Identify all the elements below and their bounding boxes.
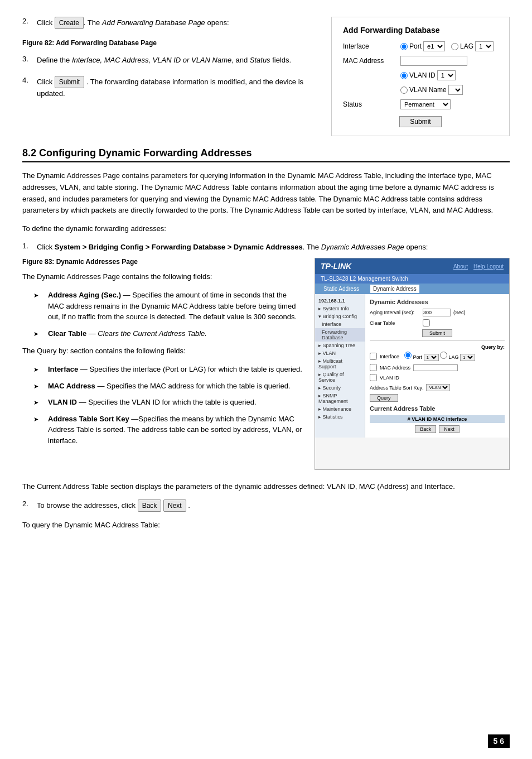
vlan-id-select[interactable]: 1 bbox=[437, 70, 456, 80]
device-mac-input[interactable] bbox=[413, 364, 458, 371]
device-aging-unit: (Sec) bbox=[453, 310, 466, 315]
sidebar-maintenance[interactable]: ▸ Maintenance bbox=[315, 405, 365, 413]
interface-row: Interface Port e1 LAG 1 bbox=[343, 41, 498, 51]
query-bullet-mac: MAC Address — Specifies the MAC address … bbox=[33, 381, 303, 392]
bullet-clear-table: Clear Table — Clears the Current Address… bbox=[33, 328, 303, 339]
about-link[interactable]: About bbox=[453, 263, 468, 270]
vlan-name-row: VLAN Name bbox=[343, 85, 498, 95]
sidebar-bridging-config[interactable]: ▾ Bridging Config bbox=[315, 313, 365, 320]
current-table-text: The Current Address Table section displa… bbox=[22, 481, 510, 493]
device-aging-input[interactable] bbox=[423, 309, 451, 316]
device-current-table-title: Current Address Table bbox=[370, 405, 505, 412]
sidebar-fwd-db[interactable]: Forwarding Database bbox=[315, 328, 365, 342]
step2-suffix: . The Add Forwarding Database Page opens… bbox=[84, 18, 229, 27]
bullet-clear-text: Clear Table — Clears the Current Address… bbox=[48, 328, 207, 339]
step1-82-text: Click System > Bridging Config > Forward… bbox=[37, 242, 428, 253]
back-button-ref: Back bbox=[138, 499, 162, 512]
sidebar-multicast[interactable]: ▸ Multicast Support bbox=[315, 357, 365, 371]
step3-italic: Interface, MAC Address, VLAN ID or VLAN … bbox=[72, 56, 231, 64]
device-interface-label: Interface bbox=[380, 354, 399, 359]
port-radio[interactable] bbox=[400, 43, 408, 50]
section82-heading: 8.2 Configuring Dynamic Forwarding Addre… bbox=[22, 147, 510, 162]
dynamic-page-text: The Dynamic Addresses Page contains the … bbox=[22, 271, 303, 283]
vlan-id-radio[interactable] bbox=[400, 72, 408, 79]
sidebar-security[interactable]: ▸ Security bbox=[315, 384, 365, 392]
device-aging-row: Aging Interval (sec): (Sec) bbox=[370, 309, 505, 316]
device-back-button[interactable]: Back bbox=[415, 425, 436, 433]
query-by-label: Query by: bbox=[370, 344, 505, 350]
step1-82-italic: Dynamic Addresses Page bbox=[321, 243, 404, 251]
device-body: 192.168.1.1 ▸ System Info ▾ Bridging Con… bbox=[315, 294, 509, 438]
help-logout-link[interactable]: Help Logout bbox=[473, 263, 504, 270]
step2-page-name: Add Forwarding Database Page bbox=[102, 18, 205, 27]
q-sort-term: Address Table Sort Key bbox=[48, 415, 129, 423]
device-sort-label: Address Table Sort Key: bbox=[370, 385, 423, 391]
device-clear-label: Clear Table bbox=[370, 320, 420, 326]
device-sort-select[interactable]: VLAN bbox=[426, 384, 450, 391]
section82-para2: To define the dynamic forwarding address… bbox=[22, 223, 510, 235]
device-query-interface-row: Interface Port 1 LAG 1 bbox=[370, 352, 505, 361]
step2-block: 2. Click Create. The Add Forwarding Data… bbox=[22, 17, 315, 109]
tab-static-address[interactable]: Static Address bbox=[321, 285, 362, 293]
step2-prefix: Click bbox=[37, 18, 52, 27]
device-next-button[interactable]: Next bbox=[439, 425, 460, 433]
sidebar-vlan[interactable]: ▸ VLAN bbox=[315, 349, 365, 357]
device-vlan-checkbox[interactable] bbox=[370, 374, 377, 381]
sidebar-system-info[interactable]: ▸ System Info bbox=[315, 305, 365, 313]
sidebar-statistics[interactable]: ▸ Statistics bbox=[315, 413, 365, 421]
query-bullet-vlan: VLAN ID — Specifies the VLAN ID for whic… bbox=[33, 397, 303, 408]
q-mac-term: MAC Address bbox=[48, 382, 95, 390]
mac-address-label: MAC Address bbox=[343, 57, 396, 65]
bullet-clear-term: Clear Table bbox=[48, 329, 86, 338]
sidebar-interface[interactable]: Interface bbox=[315, 320, 365, 328]
step2-number: 2. bbox=[22, 17, 33, 25]
add-forwarding-database-box: Add Forwarding Database Interface Port e… bbox=[331, 17, 510, 136]
vlan-name-radio[interactable] bbox=[400, 87, 408, 94]
device-submit-button[interactable]: Submit bbox=[422, 329, 452, 337]
device-mac-checkbox[interactable] bbox=[370, 364, 377, 371]
section82-number: 8.2 bbox=[22, 147, 36, 158]
sidebar-spanning-tree[interactable]: ▸ Spanning Tree bbox=[315, 342, 365, 349]
port-select[interactable]: e1 bbox=[423, 41, 445, 51]
sidebar-qos[interactable]: ▸ Quality of Service bbox=[315, 371, 365, 384]
device-table-header: # VLAN ID MAC Interface bbox=[370, 415, 505, 423]
bullet-aging-text: Address Aging (Sec.) — Specifies the amo… bbox=[48, 290, 303, 323]
query-bullet-interface: Interface — Specifies the interface (Por… bbox=[33, 364, 303, 375]
tab-dynamic-address[interactable]: Dynamic Address bbox=[370, 285, 419, 293]
vlan-name-select[interactable] bbox=[448, 85, 463, 95]
fwd-db-title: Add Forwarding Database bbox=[343, 26, 498, 35]
device-aging-label: Aging Interval (sec): bbox=[370, 310, 420, 315]
sidebar-192[interactable]: 192.168.1.1 bbox=[315, 297, 365, 305]
device-dynamic-addresses-title: Dynamic Addresses bbox=[370, 299, 505, 305]
section82: 8.2 Configuring Dynamic Forwarding Addre… bbox=[22, 147, 510, 252]
fwd-db-submit-button[interactable]: Submit bbox=[399, 116, 441, 127]
device-nav-bar: Static Address Dynamic Address bbox=[315, 284, 509, 294]
step2-text: Click Create. The Add Forwarding Databas… bbox=[37, 17, 229, 29]
vlan-id-row: VLAN ID 1 bbox=[343, 70, 498, 80]
query-dynamic-text: To query the Dynamic MAC Address Table: bbox=[22, 520, 510, 531]
lag-radio[interactable] bbox=[451, 43, 458, 50]
port-select-d[interactable]: 1 bbox=[424, 354, 439, 361]
sidebar-snmp[interactable]: ▸ SNMP Management bbox=[315, 392, 365, 405]
device-divider bbox=[370, 340, 505, 341]
lag-select[interactable]: 1 bbox=[475, 41, 494, 51]
step2-82-number: 2. bbox=[22, 499, 33, 508]
mac-address-input[interactable] bbox=[400, 56, 467, 66]
device-interface-checkbox[interactable] bbox=[370, 353, 377, 360]
section82-para1: The Dynamic Addresses Page contains para… bbox=[22, 170, 510, 217]
device-main-content: Dynamic Addresses Aging Interval (sec): … bbox=[365, 294, 509, 438]
figure83-area: Figure 83: Dynamic Addresses Page The Dy… bbox=[22, 258, 510, 470]
device-model-bar: TL-SL3428 L2 Management Switch bbox=[315, 274, 509, 284]
lag-radio-d[interactable] bbox=[440, 352, 447, 359]
status-select[interactable]: Permanent bbox=[400, 99, 451, 109]
section82-title: Configuring Dynamic Forwarding Addresses bbox=[39, 147, 252, 158]
port-radio-d[interactable] bbox=[404, 352, 412, 359]
device-query-button[interactable]: Query bbox=[370, 394, 398, 402]
device-query-mac-row: MAC Address bbox=[370, 364, 505, 371]
vlan-id-label: VLAN ID bbox=[409, 71, 436, 79]
figure82-caption: Figure 82: Add Forwarding Database Page bbox=[22, 39, 315, 47]
device-query-vlan-row: VLAN ID bbox=[370, 374, 505, 381]
device-clear-checkbox[interactable] bbox=[423, 319, 430, 326]
lag-select-d[interactable]: 1 bbox=[460, 354, 475, 361]
figure82-area: 2. Click Create. The Add Forwarding Data… bbox=[22, 17, 510, 136]
